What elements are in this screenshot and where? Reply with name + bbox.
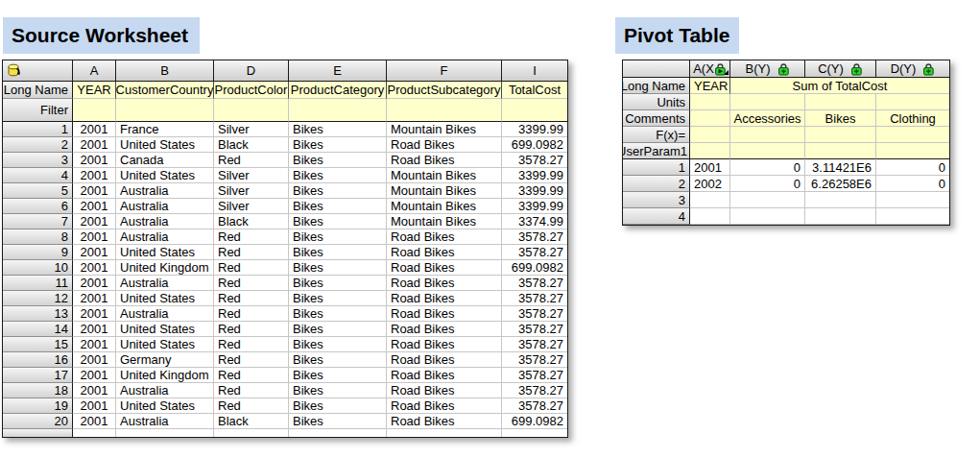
pivot-cell-c[interactable]: 3.11421E6 [805,159,876,176]
cell-subcategory[interactable]: Road Bikes [387,414,502,429]
cell-color[interactable]: Silver [214,199,289,214]
cell-subcategory[interactable]: Road Bikes [387,337,502,352]
lock-icon[interactable] [777,62,790,76]
cell-year[interactable]: 2001 [73,183,116,199]
cell-country[interactable]: Australia [116,183,214,199]
pivot-cell[interactable] [730,127,805,143]
cell-color[interactable]: Red [214,276,289,291]
pivot-cell-b[interactable]: 0 [730,159,805,176]
cell-year[interactable]: 2001 [73,214,116,229]
pivot-cell[interactable] [730,143,805,159]
pivot-comment-bikes[interactable]: Bikes [805,110,876,127]
cell-country[interactable]: Germany [116,352,214,368]
row-header[interactable]: 7 [3,214,73,229]
cell-year[interactable]: 2001 [73,153,116,168]
column-header-B[interactable]: B [116,60,214,82]
pivot-long-name-span[interactable]: Sum of TotalCost [730,78,949,94]
cell-color[interactable]: Black [214,137,289,153]
cell-subcategory[interactable]: Road Bikes [387,398,502,414]
pivot-cell-year[interactable] [690,208,730,225]
cell-year[interactable]: 2001 [73,414,116,429]
pivot-cell[interactable] [876,127,949,143]
row-header[interactable]: 4 [623,208,690,225]
lock-icon[interactable] [850,62,863,76]
row-header[interactable]: 8 [3,229,73,245]
cell-color[interactable]: Black [214,214,289,229]
row-header[interactable]: 18 [3,383,73,398]
row-header[interactable]: 1 [623,159,690,176]
cell-year[interactable]: 2001 [73,337,116,352]
cell-color[interactable]: Silver [214,122,289,137]
row-header[interactable]: 16 [3,352,73,368]
lock-icon[interactable] [922,62,935,76]
pivot-row-header[interactable]: F(x)= [623,127,690,143]
cell-country[interactable]: Australia [116,199,214,214]
cell-country[interactable]: United States [116,398,214,414]
pivot-comment-accessories[interactable]: Accessories [730,110,805,127]
cell-subcategory[interactable]: Mountain Bikes [387,183,502,199]
row-header[interactable]: 6 [3,199,73,214]
cell-category[interactable]: Bikes [289,276,387,291]
cell-total_cost[interactable]: 3578.27 [502,383,567,398]
cell-country[interactable]: Australia [116,306,214,322]
corner-cell[interactable] [3,60,73,82]
cell-category[interactable]: Bikes [289,352,387,368]
cell-year[interactable]: 2001 [73,276,116,291]
cell-year[interactable]: 2001 [73,199,116,214]
row-header[interactable]: 3 [623,192,690,208]
cell-subcategory[interactable]: Road Bikes [387,322,502,337]
pivot-cell-c[interactable] [805,192,876,208]
cell-country[interactable]: United States [116,291,214,306]
pivot-cell[interactable] [805,94,876,110]
long-name-total-cost[interactable]: TotalCost [502,82,567,99]
cell-country[interactable]: United States [116,337,214,352]
cell-year[interactable]: 2001 [73,352,116,368]
cell-total_cost[interactable]: 3578.27 [502,276,567,291]
cell-color[interactable]: Red [214,337,289,352]
row-header[interactable]: 5 [3,183,73,199]
cell-category[interactable]: Bikes [289,260,387,276]
long-name-year[interactable]: YEAR [73,82,116,99]
cell-total_cost[interactable]: 3578.27 [502,306,567,322]
cell-category[interactable]: Bikes [289,122,387,137]
cell-category[interactable]: Bikes [289,414,387,429]
cell-color[interactable]: Red [214,291,289,306]
long-name-product-color[interactable]: ProductColor [214,82,289,99]
cell-color[interactable]: Red [214,245,289,260]
cell-subcategory[interactable]: Mountain Bikes [387,122,502,137]
cell-country[interactable]: Australia [116,214,214,229]
cell-total_cost[interactable]: 3399.99 [502,199,567,214]
cell-category[interactable]: Bikes [289,245,387,260]
filter-cell[interactable] [116,99,214,122]
column-header-D[interactable]: D [214,60,289,82]
row-header[interactable]: 2 [3,137,73,153]
pivot-cell[interactable] [690,143,730,159]
pivot-column-header-DY[interactable]: D(Y) [876,60,949,78]
pivot-cell-d[interactable] [876,208,949,225]
cell-subcategory[interactable]: Mountain Bikes [387,199,502,214]
pivot-cell[interactable] [805,143,876,159]
row-header[interactable]: 17 [3,368,73,383]
cell-total_cost[interactable]: 699.0982 [502,414,567,429]
cell-total_cost[interactable]: 3399.99 [502,122,567,137]
cell-category[interactable]: Bikes [289,137,387,153]
long-name-customer-country[interactable]: CustomerCountry [116,82,214,99]
cell-subcategory[interactable]: Road Bikes [387,368,502,383]
filter-cell[interactable] [289,99,387,122]
filter-cell[interactable] [502,99,567,122]
cell-year[interactable]: 2001 [73,322,116,337]
cell-country[interactable]: Australia [116,276,214,291]
cell-category[interactable]: Bikes [289,183,387,199]
cell-subcategory[interactable]: Road Bikes [387,306,502,322]
cell-subcategory[interactable]: Road Bikes [387,153,502,168]
cell-category[interactable]: Bikes [289,214,387,229]
cell-country[interactable]: United Kingdom [116,368,214,383]
row-header[interactable]: 15 [3,337,73,352]
pivot-cell-b[interactable] [730,208,805,225]
empty-cell[interactable] [502,429,567,437]
cell-color[interactable]: Red [214,229,289,245]
cell-color[interactable]: Red [214,352,289,368]
cell-total_cost[interactable]: 3578.27 [502,368,567,383]
cell-year[interactable]: 2001 [73,260,116,276]
pivot-corner-cell[interactable] [623,60,690,78]
